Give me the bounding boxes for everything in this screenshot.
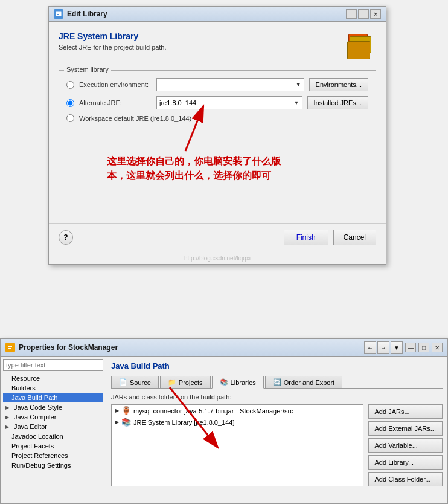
sidebar-project-references-label: Project References: [11, 452, 68, 459]
props-dialog-icon: [5, 343, 15, 352]
mysql-jar-label: mysql-connector-java-5.1.7-bin.jar - Sto…: [133, 407, 293, 415]
group-label: System library: [64, 66, 111, 73]
sidebar-java-compiler-label: Java Compiler: [14, 413, 56, 421]
book-icon-orange: [347, 41, 370, 59]
add-variable-button[interactable]: Add Variable...: [368, 438, 443, 453]
execution-env-label: Execution environment:: [79, 81, 152, 88]
projects-tab-icon: 📁: [168, 378, 176, 386]
alternate-jre-radio[interactable]: [66, 99, 74, 107]
cancel-button[interactable]: Cancel: [333, 230, 376, 245]
tab-source[interactable]: 📄 Source: [111, 376, 159, 388]
alternate-jre-row: Alternate JRE: jre1.8.0_144 ▼ Installed …: [66, 96, 368, 109]
sidebar-item-run-debug[interactable]: Run/Debug Settings: [3, 460, 103, 470]
sidebar-run-debug-label: Run/Debug Settings: [11, 462, 71, 469]
properties-dialog: Properties for StockManager ← → ▼ — □ ✕ …: [0, 338, 448, 504]
finish-button[interactable]: Finish: [284, 230, 328, 245]
filter-input[interactable]: [3, 359, 103, 371]
titlebar-left: Edit Library: [54, 9, 107, 19]
edit-library-title: Edit Library: [67, 10, 107, 18]
sidebar-item-builders[interactable]: Builders: [3, 383, 103, 393]
forward-button[interactable]: →: [377, 341, 389, 354]
projects-tab-label: Projects: [179, 379, 203, 386]
source-tab-label: Source: [130, 379, 151, 386]
sidebar-java-build-path-label: Java Build Path: [11, 394, 57, 401]
sidebar-item-resource[interactable]: Resource: [3, 373, 103, 383]
order-export-tab-label: Order and Export: [284, 379, 334, 386]
sidebar-project-facets-label: Project Facets: [11, 442, 54, 450]
svg-rect-6: [8, 346, 12, 347]
sidebar-java-code-style-label: Java Code Style: [14, 404, 62, 411]
props-close-button[interactable]: ✕: [432, 343, 443, 352]
add-library-button[interactable]: Add Library...: [368, 455, 443, 470]
props-minimize-button[interactable]: —: [405, 343, 416, 352]
workspace-default-label: Workspace default JRE (jre1.8.0_144): [79, 115, 191, 122]
edit-library-dialog: Edit Library — □ ✕ JRE System Library Se…: [48, 6, 386, 265]
props-titlebar: Properties for StockManager ← → ▼ — □ ✕: [1, 339, 447, 357]
sidebar-item-java-compiler[interactable]: Java Compiler: [3, 412, 103, 422]
expand-arrow-mysql: ▶: [115, 408, 119, 413]
watermark-text: http://blog.csdn.net/liqqxi: [49, 254, 386, 264]
build-path-content: ▶ 🏺 mysql-connector-java-5.1.7-bin.jar -…: [111, 404, 443, 486]
sidebar-resource-label: Resource: [11, 375, 40, 382]
svg-rect-7: [8, 348, 11, 349]
edit-library-footer: ? Finish Cancel: [49, 223, 386, 251]
library-icon: [347, 31, 376, 60]
alternate-jre-dropdown[interactable]: jre1.8.0_144 ▼: [156, 96, 302, 109]
back-button[interactable]: ←: [364, 341, 376, 354]
add-class-folder-button[interactable]: Add Class Folder...: [368, 472, 443, 486]
props-title-left: Properties for StockManager: [5, 343, 118, 352]
workspace-default-row: Workspace default JRE (jre1.8.0_144): [66, 114, 368, 122]
expand-arrow-jre: ▶: [115, 419, 119, 425]
props-main: Java Build Path 📄 Source 📁 Projects 📚 Li…: [106, 357, 447, 504]
environments-button[interactable]: Environments...: [309, 78, 368, 91]
library-title: JRE System Library: [59, 31, 167, 41]
file-list-item-jre[interactable]: ▶ 📚 JRE System Library [jre1.8.0_144]: [112, 416, 363, 428]
tab-order-export[interactable]: 🔄 Order and Export: [265, 376, 342, 388]
workspace-default-radio[interactable]: [66, 114, 74, 122]
props-maximize-button[interactable]: □: [418, 343, 429, 352]
sidebar-item-java-build-path[interactable]: Java Build Path: [3, 393, 103, 402]
nav-buttons: ← → ▼: [364, 341, 403, 354]
minimize-button[interactable]: —: [346, 9, 357, 19]
tab-libraries[interactable]: 📚 Libraries: [212, 376, 264, 389]
build-path-description: JARs and class folders on the build path…: [111, 393, 443, 401]
execution-env-radio[interactable]: [66, 81, 74, 89]
file-list-item-mysql[interactable]: ▶ 🏺 mysql-connector-java-5.1.7-bin.jar -…: [112, 405, 363, 416]
libraries-tab-label: Libraries: [231, 379, 256, 386]
svg-rect-5: [7, 344, 13, 351]
execution-env-dropdown[interactable]: ▼: [156, 78, 304, 91]
close-button[interactable]: ✕: [370, 9, 381, 19]
sidebar-java-editor-label: Java Editor: [14, 423, 47, 430]
add-external-jars-button[interactable]: Add External JARs...: [368, 421, 443, 436]
nav-menu-button[interactable]: ▼: [391, 341, 403, 354]
sidebar-builders-label: Builders: [11, 384, 36, 392]
sidebar-item-project-facets[interactable]: Project Facets: [3, 441, 103, 451]
edit-library-body: JRE System Library Select JRE for the pr…: [49, 22, 386, 223]
jar-icon: 🏺: [121, 406, 131, 415]
dialog-header-text: JRE System Library Select JRE for the pr…: [59, 31, 167, 51]
props-sidebar: Resource Builders Java Build Path Java C…: [1, 357, 106, 504]
dialog-icon: [54, 9, 63, 19]
sidebar-item-java-code-style[interactable]: Java Code Style: [3, 402, 103, 412]
window-controls: — □ ✕: [346, 9, 381, 19]
installed-jres-button[interactable]: Installed JREs...: [307, 96, 368, 109]
help-button[interactable]: ?: [59, 230, 73, 245]
sidebar-item-project-references[interactable]: Project References: [3, 451, 103, 460]
add-jars-button[interactable]: Add JARs...: [368, 404, 443, 419]
order-export-tab-icon: 🔄: [273, 378, 281, 386]
edit-library-titlebar: Edit Library — □ ✕: [49, 7, 386, 22]
annotation-text: 这里选择你自己的，你电脑安装了什么版本，这里就会列出什么，选择你的即可: [107, 154, 281, 183]
tab-projects[interactable]: 📁 Projects: [160, 376, 211, 388]
alternate-jre-label: Alternate JRE:: [79, 99, 152, 106]
alternate-jre-value: jre1.8.0_144: [159, 99, 196, 106]
java-build-path-title: Java Build Path: [111, 361, 443, 370]
footer-buttons: Finish Cancel: [284, 230, 376, 245]
file-list-area[interactable]: ▶ 🏺 mysql-connector-java-5.1.7-bin.jar -…: [111, 404, 363, 486]
sidebar-item-javadoc[interactable]: Javadoc Location: [3, 431, 103, 441]
dialog-header-section: JRE System Library Select JRE for the pr…: [59, 31, 376, 60]
tabs-row: 📄 Source 📁 Projects 📚 Libraries 🔄 Order …: [111, 375, 443, 389]
library-subtitle: Select JRE for the project build path.: [59, 44, 167, 51]
maximize-button[interactable]: □: [358, 9, 369, 19]
sidebar-item-java-editor[interactable]: Java Editor: [3, 422, 103, 431]
annotation-section: 这里选择你自己的，你电脑安装了什么版本，这里就会列出什么，选择你的即可: [59, 142, 376, 208]
